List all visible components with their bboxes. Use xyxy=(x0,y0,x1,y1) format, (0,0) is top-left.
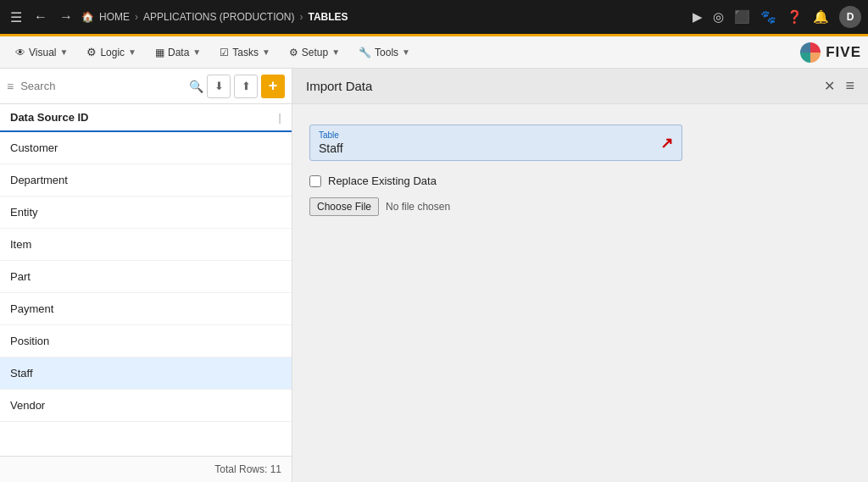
dropdown-arrow-icon: ↗ xyxy=(660,134,673,152)
search-icon[interactable]: 🔍 xyxy=(189,80,203,93)
data-list: CustomerDepartmentEntityItemPartPaymentP… xyxy=(0,132,292,456)
breadcrumb-home[interactable]: HOME xyxy=(99,11,130,23)
left-panel: ≡ 🔍 ⬇ ⬆ + Data Source ID | CustomerDepar… xyxy=(0,69,292,482)
list-item[interactable]: Payment xyxy=(0,293,292,325)
list-item[interactable]: Department xyxy=(0,164,292,197)
avatar[interactable]: D xyxy=(839,6,861,28)
top-nav-right: ▶ ◎ ⬛ 🐾 ❓ 🔔 D xyxy=(693,6,861,28)
export-down-button[interactable]: ⬇ xyxy=(207,75,231,98)
replace-existing-label: Replace Existing Data xyxy=(328,175,437,187)
forward-icon[interactable]: → xyxy=(56,6,76,28)
nav-visual[interactable]: 👁 Visual ▼ xyxy=(7,42,76,64)
list-item[interactable]: Position xyxy=(0,325,292,357)
data-icon: ▦ xyxy=(155,47,164,58)
hamburger-icon[interactable]: ☰ xyxy=(7,6,25,29)
list-item[interactable]: Part xyxy=(0,261,292,293)
tools-arrow: ▼ xyxy=(402,47,410,57)
file-status-label: No file chosen xyxy=(386,201,450,213)
play-icon[interactable]: ▶ xyxy=(693,9,703,25)
secondary-navigation: 👁 Visual ▼ ⚙ Logic ▼ ▦ Data ▼ ☑ Tasks ▼ … xyxy=(0,36,868,69)
panel-header: Import Data ✕ ≡ xyxy=(292,69,868,104)
breadcrumb-sep-2: › xyxy=(299,11,303,23)
bell-icon[interactable]: 🔔 xyxy=(813,9,829,25)
chat-icon[interactable]: 🐾 xyxy=(760,9,776,25)
breadcrumb-applications[interactable]: APPLICATIONS (PRODUCTION) xyxy=(143,11,294,23)
export-up-button[interactable]: ⬆ xyxy=(234,75,258,98)
list-footer: Total Rows: 11 xyxy=(0,456,292,482)
list-item[interactable]: Entity xyxy=(0,197,292,229)
search-nav-icon[interactable]: ◎ xyxy=(713,9,724,25)
total-rows-label: Total Rows: 11 xyxy=(214,463,281,475)
main-content: ≡ 🔍 ⬇ ⬆ + Data Source ID | CustomerDepar… xyxy=(0,69,868,482)
nav-setup[interactable]: ⚙ Setup ▼ xyxy=(281,42,348,64)
replace-existing-checkbox[interactable] xyxy=(309,175,321,187)
home-icon: 🏠 xyxy=(81,11,94,23)
file-upload-row: Choose File No file chosen xyxy=(309,197,851,216)
filter-icon[interactable]: ≡ xyxy=(7,80,14,93)
visual-icon: 👁 xyxy=(15,47,25,58)
tasks-icon: ☑ xyxy=(220,47,229,58)
nav-data[interactable]: ▦ Data ▼ xyxy=(147,42,209,64)
table-field: Table Staff ↗ xyxy=(309,125,851,161)
panel-body: Table Staff ↗ Replace Existing Data Choo… xyxy=(292,104,868,482)
logic-arrow: ▼ xyxy=(128,47,136,57)
five-logo-area: FIVE xyxy=(798,41,861,64)
tools-icon: 🔧 xyxy=(359,47,371,58)
panel-menu-button[interactable]: ≡ xyxy=(845,77,854,95)
setup-arrow: ▼ xyxy=(331,47,340,57)
column-resize-handle[interactable]: | xyxy=(278,111,281,124)
panel-title: Import Data xyxy=(306,79,372,93)
nav-logic[interactable]: ⚙ Logic ▼ xyxy=(78,41,145,64)
search-bar: ≡ 🔍 ⬇ ⬆ + xyxy=(0,69,292,104)
list-item[interactable]: Vendor xyxy=(0,390,292,422)
top-navigation: ☰ ← → 🏠 HOME › APPLICATIONS (PRODUCTION)… xyxy=(0,0,868,34)
logic-icon: ⚙ xyxy=(86,46,97,58)
list-item[interactable]: Customer xyxy=(0,132,292,164)
help-icon[interactable]: ❓ xyxy=(787,9,803,25)
search-input[interactable] xyxy=(20,80,186,92)
close-button[interactable]: ✕ xyxy=(824,78,835,94)
breadcrumb-tables[interactable]: TABLES xyxy=(308,11,348,23)
column-header-label: Data Source ID xyxy=(10,111,88,124)
five-logo: FIVE xyxy=(798,41,861,64)
five-logo-icon xyxy=(798,41,822,64)
back-icon[interactable]: ← xyxy=(31,6,51,28)
column-header: Data Source ID | xyxy=(0,104,292,132)
setup-icon: ⚙ xyxy=(289,47,298,58)
data-arrow: ▼ xyxy=(192,47,201,57)
nav-tasks[interactable]: ☑ Tasks ▼ xyxy=(211,42,279,64)
table-label: Table xyxy=(319,130,673,140)
tasks-arrow: ▼ xyxy=(262,47,270,57)
table-value: Staff xyxy=(319,141,673,155)
list-item[interactable]: Item xyxy=(0,229,292,261)
breadcrumb: 🏠 HOME › APPLICATIONS (PRODUCTION) › TAB… xyxy=(81,11,348,23)
visual-arrow: ▼ xyxy=(59,47,68,57)
add-button[interactable]: + xyxy=(261,75,285,98)
right-panel: Import Data ✕ ≡ Table Staff ↗ Replace Ex… xyxy=(292,69,868,482)
breadcrumb-sep-1: › xyxy=(135,11,138,23)
replace-data-row: Replace Existing Data xyxy=(309,175,851,187)
nav-tools[interactable]: 🔧 Tools ▼ xyxy=(350,42,419,64)
choose-file-button[interactable]: Choose File xyxy=(309,197,379,216)
list-item[interactable]: Staff xyxy=(0,357,292,390)
table-select[interactable]: Table Staff ↗ xyxy=(309,125,682,161)
stop-icon[interactable]: ⬛ xyxy=(734,9,750,25)
panel-header-actions: ✕ ≡ xyxy=(824,77,854,95)
